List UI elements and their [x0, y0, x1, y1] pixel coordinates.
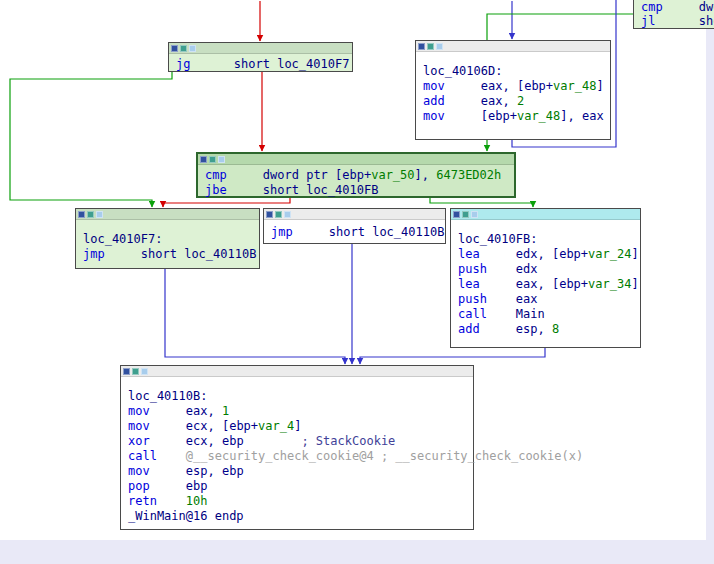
asm-token: lea: [458, 277, 480, 291]
asm-token: dwo: [699, 0, 714, 14]
asm-line[interactable]: jbe short loc_4010FB: [205, 183, 514, 198]
window-icon[interactable]: [453, 211, 460, 218]
asm-line[interactable]: mov eax, [ebp+var_48]: [423, 79, 610, 94]
chart-icon[interactable]: [427, 43, 434, 50]
asm-line[interactable]: jmp short loc_40110B: [83, 247, 259, 262]
asm-token: call: [458, 307, 487, 321]
chart-icon[interactable]: [132, 368, 139, 375]
asm-line[interactable]: loc_40106D:: [423, 64, 610, 79]
asm-token: loc_4010F7:: [83, 232, 162, 246]
basic-block-jg[interactable]: jg short loc_4010F7: [168, 42, 353, 72]
asm-token: dword ptr [ebp+: [263, 168, 371, 182]
basic-block-loc-4010F7[interactable]: loc_4010F7:jmp short loc_40110B: [75, 208, 260, 269]
asm-line[interactable]: loc_40110B:: [128, 389, 473, 404]
chart-icon[interactable]: [462, 211, 469, 218]
asm-token: @__security_check_cookie@4: [186, 449, 374, 463]
asm-line[interactable]: _WinMain@16 endp: [128, 509, 473, 524]
asm-token: var_50: [371, 168, 414, 182]
asm-line[interactable]: cmp dwo: [641, 0, 714, 14]
asm-token: [227, 183, 263, 197]
basic-block-loc-40106D[interactable]: loc_40106D:mov eax, [ebp+var_48]add eax,…: [415, 40, 611, 140]
asm-token: [487, 307, 516, 321]
asm-line[interactable]: cmp dword ptr [ebp+var_50], 6473ED02h: [205, 168, 514, 183]
asm-line[interactable]: call @__security_check_cookie@4 ; __secu…: [128, 449, 473, 464]
asm-line[interactable]: loc_4010F7:: [83, 232, 259, 247]
node-title-bar[interactable]: [416, 41, 610, 52]
asm-token: var_34: [588, 277, 631, 291]
color-swatch-icon[interactable]: [284, 211, 291, 218]
asm-token: 10h: [186, 494, 208, 508]
asm-line[interactable]: push eax: [458, 292, 640, 307]
window-icon[interactable]: [266, 211, 273, 218]
asm-line[interactable]: call Main: [458, 307, 640, 322]
asm-line[interactable]: lea eax, [ebp+var_34]: [458, 277, 640, 292]
asm-line[interactable]: add esp, 8: [458, 322, 640, 337]
window-icon[interactable]: [78, 211, 85, 218]
asm-token: mov: [423, 109, 445, 123]
asm-token: push: [458, 262, 487, 276]
color-swatch-icon[interactable]: [96, 211, 103, 218]
asm-line[interactable]: jmp short loc_40110B: [271, 225, 445, 240]
color-swatch-icon[interactable]: [218, 156, 225, 163]
asm-line[interactable]: loc_4010FB:: [458, 232, 640, 247]
asm-token: short: [141, 247, 184, 261]
chart-icon[interactable]: [275, 211, 282, 218]
color-swatch-icon[interactable]: [471, 211, 478, 218]
asm-token: jg: [176, 57, 190, 71]
node-title-bar[interactable]: [451, 209, 640, 220]
window-icon[interactable]: [171, 45, 178, 52]
asm-token: esp, ebp: [186, 464, 244, 478]
asm-token: mov: [128, 464, 150, 478]
node-title-bar[interactable]: [169, 43, 352, 54]
window-icon[interactable]: [200, 156, 207, 163]
chart-icon[interactable]: [87, 211, 94, 218]
asm-line[interactable]: mov eax, 1: [128, 404, 473, 419]
asm-token: short: [234, 57, 277, 71]
asm-line[interactable]: lea edx, [ebp+var_24]: [458, 247, 640, 262]
asm-token: [150, 479, 186, 493]
asm-token: eax,: [186, 404, 222, 418]
asm-token: 6473ED02h: [436, 168, 501, 182]
asm-token: [150, 434, 186, 448]
asm-line[interactable]: jg short loc_4010F7: [176, 57, 352, 72]
node-title-bar[interactable]: [121, 366, 473, 377]
asm-token: [157, 494, 186, 508]
asm-token: call: [128, 449, 157, 463]
chart-icon[interactable]: [209, 156, 216, 163]
canvas-outside-bottom: [0, 540, 714, 564]
asm-token: pop: [128, 479, 150, 493]
basic-block-loc-40110B[interactable]: loc_40110B:mov eax, 1mov ecx, [ebp+var_4…: [120, 365, 474, 530]
asm-line[interactable]: mov ecx, [ebp+var_4]: [128, 419, 473, 434]
basic-block-cmp-jbe-selected[interactable]: cmp dword ptr [ebp+var_50], 6473ED02hjbe…: [196, 152, 516, 198]
basic-block-jmp[interactable]: jmp short loc_40110B: [263, 208, 446, 244]
asm-token: [244, 434, 302, 448]
node-title-bar[interactable]: [198, 154, 514, 165]
window-icon[interactable]: [418, 43, 425, 50]
node-code: loc_40106D:mov eax, [ebp+var_48]add eax,…: [416, 52, 610, 124]
asm-line[interactable]: xor ecx, ebp ; StackCookie: [128, 434, 473, 449]
asm-line[interactable]: mov [ebp+var_48], eax: [423, 109, 610, 124]
color-swatch-icon[interactable]: [141, 368, 148, 375]
basic-block-jl-clipped[interactable]: cmp dwojl sho: [633, 0, 714, 29]
node-title-bar[interactable]: [264, 209, 445, 220]
node-title-bar[interactable]: [76, 209, 259, 220]
asm-line[interactable]: pop ebp: [128, 479, 473, 494]
asm-token: eax: [516, 292, 538, 306]
asm-token: jmp: [271, 225, 293, 239]
asm-line[interactable]: jl sho: [641, 14, 714, 28]
asm-token: edx: [516, 262, 538, 276]
color-swatch-icon[interactable]: [189, 45, 196, 52]
asm-line[interactable]: retn 10h: [128, 494, 473, 509]
asm-line[interactable]: mov esp, ebp: [128, 464, 473, 479]
color-swatch-icon[interactable]: [436, 43, 443, 50]
asm-token: [190, 57, 233, 71]
asm-token: ]: [631, 277, 638, 291]
chart-icon[interactable]: [180, 45, 187, 52]
basic-block-loc-4010FB[interactable]: loc_4010FB:lea edx, [ebp+var_24]push edx…: [450, 208, 641, 348]
asm-token: [480, 247, 516, 261]
window-icon[interactable]: [123, 368, 130, 375]
asm-line[interactable]: push edx: [458, 262, 640, 277]
asm-line[interactable]: add eax, 2: [423, 94, 610, 109]
asm-token: ], eax: [560, 109, 603, 123]
node-code: cmp dword ptr [ebp+var_50], 6473ED02hjbe…: [198, 165, 514, 198]
